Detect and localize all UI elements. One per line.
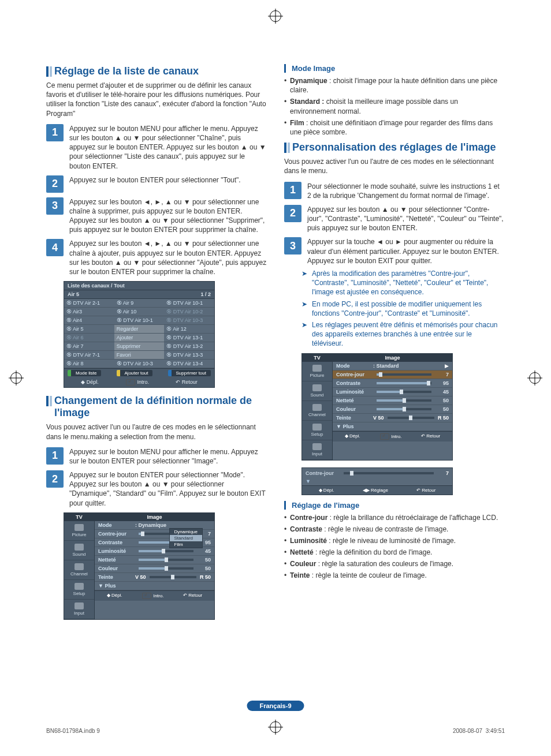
osd-subtitle-bar: Air 51 / 2 [64,290,214,299]
step-text: Appuyez sur le bouton MENU pour afficher… [69,124,267,171]
osd-side-item: Channel [64,560,94,580]
osd-row: Couleur50 [95,564,214,573]
osd-btn-delall: Supprimer tout [168,370,211,376]
step-text: Appuyez sur le bouton ENTER pour sélecti… [69,175,267,185]
osd-side-item: Picture [302,362,332,381]
osd-label: Couleur [336,406,373,412]
osd-dd-item: Dynamique [170,529,202,535]
osd-dd-item: Film [170,541,202,548]
osd-slider [377,382,431,384]
osd-footer: ◆ Dépl. ◀▶ Réglage ↶ Retour [302,485,452,495]
step-2: 2Appuyez sur le bouton ENTER pour sélect… [46,470,267,508]
osd-teinte-r: R 50 [200,574,211,580]
osd-foot-adjust: ◀▶ Réglage [363,488,388,493]
osd-label: Contraste [98,540,135,545]
left-column: Réglage de la liste de canaux Ce menu pe… [46,61,267,627]
osd-cell: ⦿ DTV Air 10-3 [164,316,214,325]
osd-foot-return: ↶ Retour [416,488,435,493]
osd-title: Liste des canaux / Tout [68,283,125,289]
osd-tv-label: TV [64,513,94,521]
osd-value: 45 [435,389,449,395]
osd-label: Mode [336,363,373,369]
note: ➤Les réglages peuvent être définis et mé… [301,320,505,349]
mode-list: Dynamique : choisit l'image pour la haut… [284,76,505,137]
notes: ➤Après la modification des paramètres "C… [301,269,505,349]
registration-mark [529,372,541,384]
osd-sidebar: TV PictureSoundChannelSetupInput [64,513,95,619]
osd-label: Couleur [98,566,135,571]
osd-main-title: Image [95,513,214,521]
osd-cell: ⦿ Air4 [64,316,114,325]
osd-label: Contre-jour [306,470,340,476]
osd-teinte-r: R 50 [438,415,449,421]
osd-row-teinte: TeinteV 50R 50 [333,414,452,422]
osd-tv-menu: TV PictureSoundChannelSetupInput Image M… [301,353,453,461]
note: ➤En mode PC, il est possible de modifier… [301,300,505,318]
osd-teinte-l: V 50 [135,574,146,580]
osd-value: 50 [435,406,449,412]
step-number: 2 [46,470,64,488]
osd-cell: ⦿ DTV Air 10-1 [114,316,165,325]
chevron-icon: ➤ [301,269,307,297]
osd-cell: ⦿ DTV Air 2-1 [64,299,114,308]
osd-grid: ⦿ DTV Air 2-1⦿ Air 9⦿ DTV Air 10-1⦿ Air3… [64,299,214,368]
osd-foot-move: ◆ Dépl. [345,433,360,440]
osd-cell: Supprimer [114,342,165,351]
osd-label: Netteté [98,557,135,563]
steps-a: 1Appuyez sur le bouton MENU pour affiche… [46,124,267,276]
columns: Réglage de la liste de canaux Ce menu pe… [46,61,505,627]
osd-cell: ⦿ Air 12 [164,325,214,334]
osd-side-item: Setup [302,421,332,440]
osd-cell: ⦿ Air 8 [64,360,114,368]
heading-channel-list: Réglage de la liste de canaux [46,65,267,77]
step-text: Appuyer sur la touche ◄ ou ► pour augmen… [307,237,505,265]
list-item: Standard : choisit la meilleure image po… [284,97,505,115]
osd-foot-move: ◆ Dépl. [81,379,99,386]
osd-foot-move: ◆ Dépl. [107,593,122,599]
osd-foot-return: ↶ Retour [183,593,202,599]
print-meta: BN68-01798A.indb 9 2008-08-07 ￼￼ 3:49:51 [46,728,505,734]
osd-tv-menu: TV PictureSoundChannelSetupInput Image M… [64,512,215,620]
osd-row-plus: ▼ Plus [95,582,214,590]
intro-text: Vous pouvez activer l'un ou l'autre de c… [46,422,267,441]
osd-side-item: Picture [64,521,94,541]
osd-row: Contre-jour7 [333,370,452,379]
osd-foot-return: ↶ Retour [421,433,440,440]
subheading-image-adjust: Réglage de l'image [284,501,505,510]
osd-value: 50 [435,398,449,403]
list-item: Contraste : règle le niveau de contraste… [284,525,505,534]
step-number: 3 [284,237,301,255]
osd-title-bar: Liste des canaux / Tout [64,282,214,290]
step-text: Appuyez sur le bouton ENTER pour sélecti… [69,470,267,508]
osd-slider [139,567,193,570]
list-item: Couleur : règle la saturation des couleu… [284,559,505,568]
osd-page: 1 / 2 [200,291,211,297]
step-text: Appuyez sur les bouton ◄, ►, ▲ ou ▼ pour… [69,197,267,235]
list-item: Film : choisit une définitiaon d'image p… [284,118,505,137]
osd-label: Luminosité [336,389,373,395]
chevron-icon: ➤ [301,300,307,318]
osd-cell: ⦿ DTV Air 7-1 [64,351,114,360]
osd-value: 7 [437,470,449,476]
osd-side-items: PictureSoundChannelSetupInput [302,362,332,460]
osd-row: Luminosité45 [95,547,214,556]
osd-cell: Regarder [114,325,165,334]
osd-side-item: Input [64,600,94,619]
step-4: 4Appuyez sur les bouton ◄, ►, ▲ ou ▼ pou… [46,239,267,276]
osd-slider [139,559,193,561]
step-1: 1Appuyez sur le bouton MENU pour affiche… [46,447,267,466]
osd-foot-move: ◆ Dépl. [319,488,334,493]
intro-text: Ce menu permet d'ajouter et de supprimer… [46,81,267,118]
osd-mode-value: : Standard [373,363,399,369]
osd-mode-value: : Dynamique [135,522,166,528]
osd-label: Luminosité [98,548,135,554]
heading-custom-image: Personnalisation des réglages de l'image [284,141,505,154]
osd-tv-label: TV [302,354,332,362]
osd-slider [377,373,431,376]
osd-foot-enter: Intro. [142,593,163,599]
osd-label: Contre-jour [98,531,135,537]
osd-footer: ◆ Dépl. Intro. ↶ Retour [333,431,452,441]
osd-cell: ⦿ DTV Air 10-2 [164,308,214,316]
osd-cell: Favori [114,351,165,360]
step-number: 1 [46,447,64,465]
